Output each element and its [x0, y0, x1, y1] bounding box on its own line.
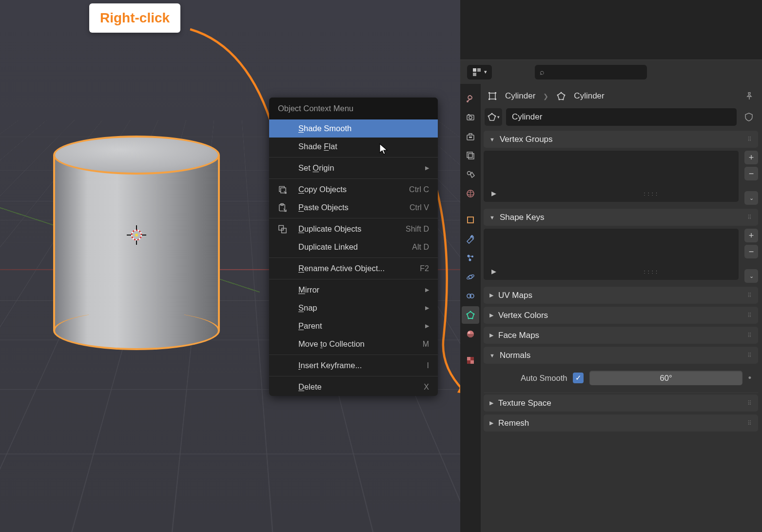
tab-view-layer[interactable]	[462, 147, 479, 164]
mesh-name-input[interactable]	[506, 108, 737, 126]
separator	[269, 178, 438, 179]
specials-dropdown[interactable]: ⌄	[744, 191, 758, 205]
vertex-groups-list[interactable]: ▶: : : :	[484, 151, 739, 202]
normals-panel: Auto Smooth ✓ 60° •	[484, 367, 758, 391]
breadcrumb-data[interactable]: Cylinder	[574, 91, 604, 101]
svg-rect-24	[469, 137, 472, 138]
editor-type-dropdown[interactable]: ▾	[467, 65, 492, 79]
svg-point-62	[491, 113, 493, 115]
menu-rename-active[interactable]: Rename Active Object...F2	[269, 259, 438, 277]
uv-maps-header[interactable]: UV Maps⠿	[484, 287, 758, 304]
svg-rect-18	[473, 73, 476, 76]
remove-button[interactable]: −	[744, 245, 758, 258]
menu-snap[interactable]: Snap	[269, 299, 438, 317]
normals-header[interactable]: Normals⠿	[484, 347, 758, 364]
animate-property-button[interactable]: •	[748, 373, 751, 383]
datablock-dropdown[interactable]: ▾	[485, 108, 502, 126]
tab-object[interactable]	[462, 211, 479, 229]
breadcrumb-object[interactable]: Cylinder	[505, 91, 535, 101]
tab-object-data[interactable]	[462, 306, 479, 324]
properties-header: ▾ ⌕	[460, 59, 762, 84]
svg-rect-56	[495, 99, 496, 100]
fake-user-button[interactable]	[741, 109, 757, 125]
tab-modifiers[interactable]	[462, 230, 479, 248]
menu-duplicate-linked[interactable]: Duplicate LinkedAlt D	[269, 238, 438, 256]
menu-shade-smooth[interactable]: Shade Smooth	[269, 119, 438, 138]
add-button[interactable]: +	[744, 229, 758, 242]
search-input[interactable]: ⌕	[535, 65, 647, 79]
svg-rect-49	[470, 357, 474, 360]
shape-keys-header[interactable]: Shape Keys⠿	[484, 209, 758, 226]
svg-point-60	[563, 99, 564, 100]
tab-world[interactable]	[462, 185, 479, 202]
separator	[269, 157, 438, 158]
world-icon	[466, 189, 475, 198]
3d-cursor-icon	[126, 224, 147, 246]
tab-material[interactable]	[462, 325, 479, 343]
svg-point-42	[473, 313, 474, 315]
menu-paste-objects[interactable]: Paste ObjectsCtrl V	[269, 198, 438, 217]
tab-output[interactable]	[462, 128, 479, 145]
svg-rect-14	[279, 225, 284, 230]
tab-scene[interactable]	[462, 166, 479, 183]
constraint-icon	[466, 291, 475, 301]
tab-physics[interactable]	[462, 268, 479, 286]
menu-move-to-collection[interactable]: Move to CollectionM	[269, 335, 438, 353]
svg-rect-17	[477, 68, 481, 72]
menu-shade-flat[interactable]: Shade Flat	[269, 138, 438, 156]
object-bc-icon	[488, 91, 497, 101]
properties-panel: ▾ ⌕ Cylinder	[460, 0, 762, 532]
duplicate-icon	[278, 224, 287, 234]
face-maps-header[interactable]: Face Maps⠿	[484, 327, 758, 344]
auto-smooth-label: Auto Smooth	[521, 374, 567, 383]
svg-point-58	[564, 95, 566, 96]
menu-insert-keyframe[interactable]: Insert Keyframe...I	[269, 356, 438, 374]
texture-space-header[interactable]: Texture Space⠿	[484, 394, 758, 412]
svg-rect-53	[488, 92, 490, 94]
tab-tool[interactable]	[462, 90, 479, 107]
pin-icon[interactable]	[744, 91, 754, 101]
tab-constraints[interactable]	[462, 287, 479, 305]
remove-button[interactable]: −	[744, 167, 758, 180]
object-context-menu: Object Context Menu Shade Smooth Shade F…	[269, 98, 438, 396]
wrench-icon	[466, 234, 475, 244]
menu-mirror[interactable]: Mirror	[269, 281, 438, 299]
output-icon	[466, 132, 475, 141]
search-icon: ⌕	[540, 68, 545, 77]
shape-keys-list[interactable]: ▶: : : :	[484, 229, 739, 280]
particles-icon	[466, 253, 475, 263]
cylinder-bottom	[53, 311, 220, 350]
menu-parent[interactable]: Parent	[269, 317, 438, 335]
menu-copy-objects[interactable]: Copy ObjectsCtrl C	[269, 180, 438, 198]
menu-duplicate-objects[interactable]: Duplicate ObjectsShift D	[269, 220, 438, 238]
svg-rect-48	[467, 357, 470, 360]
remesh-header[interactable]: Remesh⠿	[484, 414, 758, 432]
properties-icon	[472, 67, 482, 77]
vertex-groups-header[interactable]: Vertex Groups⠿	[484, 131, 758, 148]
separator	[269, 218, 438, 218]
svg-rect-54	[495, 92, 496, 94]
svg-rect-26	[469, 154, 474, 159]
tab-render[interactable]	[462, 109, 479, 126]
separator	[269, 376, 438, 376]
specials-dropdown[interactable]: ⌄	[744, 269, 758, 283]
copy-icon	[278, 185, 287, 194]
svg-point-19	[467, 100, 469, 102]
auto-smooth-angle-input[interactable]: 60°	[589, 371, 742, 385]
add-button[interactable]: +	[744, 151, 758, 164]
object-data-properties: Cylinder ❯ Cylinder ▾ Vertex Groups⠿	[481, 84, 762, 532]
vertex-colors-header[interactable]: Vertex Colors⠿	[484, 307, 758, 324]
material-icon	[466, 329, 475, 339]
chevron-right-icon: ❯	[543, 93, 548, 100]
svg-point-64	[488, 116, 489, 117]
layers-icon	[466, 151, 475, 160]
svg-rect-55	[488, 99, 490, 100]
mesh-icon	[487, 112, 497, 122]
tab-texture[interactable]	[462, 352, 479, 369]
tab-particles[interactable]	[462, 249, 479, 267]
menu-set-origin[interactable]: Set Origin	[269, 159, 438, 177]
auto-smooth-checkbox[interactable]: ✓	[573, 373, 584, 383]
svg-rect-51	[470, 360, 474, 364]
menu-delete[interactable]: DeleteX	[269, 378, 438, 396]
cursor-icon	[379, 143, 389, 156]
